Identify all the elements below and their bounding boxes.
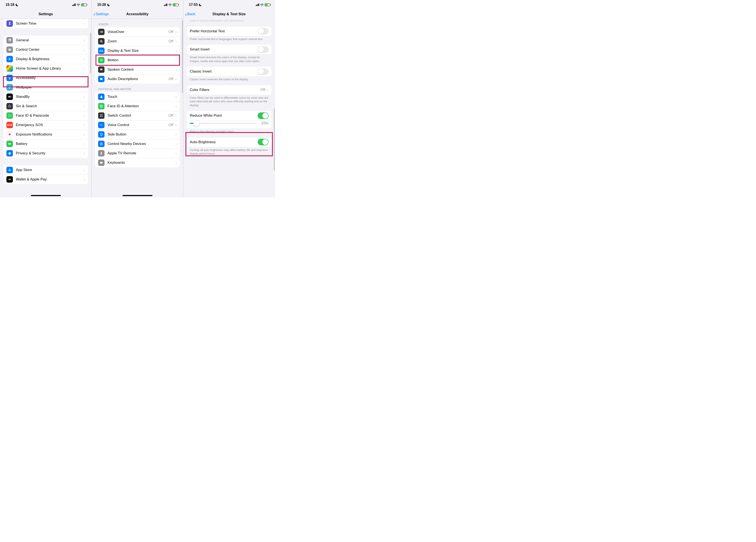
toggles-icon — [6, 46, 13, 53]
row-screen-time[interactable]: Screen Time › — [3, 19, 88, 28]
row-voiceover[interactable]: VoiceOverOff› — [95, 27, 180, 37]
svg-rect-56 — [100, 133, 102, 136]
row-control-center[interactable]: Control Center› — [3, 45, 88, 54]
home-indicator[interactable] — [31, 195, 61, 196]
row-voice-control[interactable]: Voice ControlOff› — [95, 120, 180, 130]
chevron-right-icon: › — [175, 104, 177, 109]
row-switch-control[interactable]: Switch ControlOff› — [95, 111, 180, 120]
truncated-footer: color to convey information with alterna… — [183, 19, 275, 23]
spoken-icon — [98, 66, 105, 73]
row-exposure[interactable]: Exposure Notifications› — [3, 130, 88, 139]
row-side-button[interactable]: Side Button› — [95, 130, 180, 139]
svg-rect-28 — [8, 143, 11, 145]
row-value: Off — [169, 123, 173, 127]
row-prefer-horizontal[interactable]: Prefer Horizontal Text — [187, 27, 272, 36]
svg-rect-45 — [100, 105, 103, 108]
grid-icon — [6, 65, 13, 72]
row-reduce-white-point[interactable]: Reduce White Point — [187, 111, 272, 120]
row-label: Smart Invert — [190, 47, 258, 52]
svg-point-47 — [102, 106, 102, 106]
group-vision: VoiceOverOff› ZoomOff› AADisplay & Text … — [95, 27, 180, 84]
nav-bar: ‹Settings Accessibility — [92, 9, 183, 19]
slider-thumb[interactable] — [193, 120, 199, 126]
toggle-reduce-white-point[interactable] — [258, 112, 269, 119]
row-faceid-attn[interactable]: Face ID & Attention› — [95, 102, 180, 111]
sidebutton-icon — [98, 131, 105, 138]
row-appstore[interactable]: App Store› — [3, 165, 88, 175]
row-display-text-size[interactable]: AADisplay & Text Size› — [95, 46, 180, 55]
row-color-filters[interactable]: Color FiltersOff› — [187, 85, 272, 95]
row-label: Face ID & Attention — [108, 104, 175, 108]
remote-icon — [98, 150, 105, 157]
row-zoom[interactable]: ZoomOff› — [95, 37, 180, 46]
svg-rect-55 — [102, 125, 102, 125]
row-home-screen[interactable]: Home Screen & App Library› — [3, 64, 88, 73]
chevron-right-icon: › — [84, 38, 85, 43]
row-tv-remote[interactable]: Apple TV Remote› — [95, 149, 180, 158]
chevron-right-icon: › — [175, 142, 177, 146]
home-indicator[interactable] — [123, 195, 152, 196]
toggle-classic-invert[interactable] — [258, 68, 269, 75]
row-nearby[interactable]: Control Nearby Devices› — [95, 139, 180, 149]
group-reduce-white-point: Reduce White Point 33% — [187, 111, 272, 129]
row-value: Off — [169, 30, 173, 34]
row-touch[interactable]: Touch› — [95, 92, 180, 102]
row-battery[interactable]: Battery› — [3, 139, 88, 149]
svg-line-10 — [10, 58, 11, 58]
flower-icon — [6, 84, 13, 91]
back-button[interactable]: ‹Settings — [93, 12, 109, 16]
chevron-left-icon: ‹ — [185, 12, 187, 16]
row-audio-desc[interactable]: Audio DescriptionsOff› — [95, 74, 180, 84]
chevron-right-icon: › — [175, 114, 177, 118]
row-smart-invert[interactable]: Smart Invert — [187, 45, 272, 54]
slider-track[interactable] — [190, 123, 257, 124]
row-wallet[interactable]: Wallet & Apple Pay› — [3, 175, 88, 184]
row-accessibility[interactable]: Accessibility› — [3, 73, 88, 83]
toggle-prefer-horizontal[interactable] — [258, 28, 269, 34]
row-faceid[interactable]: Face ID & Passcode› — [3, 111, 88, 120]
row-standby[interactable]: StandBy› — [3, 92, 88, 102]
display-text-list[interactable]: color to convey information with alterna… — [183, 19, 275, 197]
row-sos[interactable]: SOSEmergency SOS› — [3, 120, 88, 130]
accessibility-list[interactable]: VISION VoiceOverOff› ZoomOff› AADisplay … — [92, 19, 183, 197]
cellular-icon — [72, 3, 76, 6]
row-keyboards[interactable]: Keyboards› — [95, 158, 180, 167]
svg-point-22 — [10, 115, 10, 116]
status-bar: 17:53 ⚡ — [183, 0, 275, 9]
row-spoken[interactable]: Spoken Content› — [95, 65, 180, 74]
back-button[interactable]: ‹Back — [185, 12, 195, 16]
row-siri[interactable]: Siri & Search› — [3, 102, 88, 111]
settings-list[interactable]: Screen Time › General› Control Center› D… — [0, 19, 91, 197]
motion-icon — [98, 57, 105, 63]
row-label: Voice Control — [108, 123, 169, 127]
touch-icon — [98, 94, 105, 100]
svg-rect-61 — [100, 162, 103, 164]
row-privacy[interactable]: Privacy & Security› — [3, 149, 88, 158]
footer-classic-invert: Classic Invert reverses the colors of th… — [183, 76, 275, 81]
row-classic-invert[interactable]: Classic Invert — [187, 67, 272, 76]
row-wallpaper[interactable]: Wallpaper› — [3, 83, 88, 92]
row-label: Color Filters — [190, 88, 260, 92]
chevron-right-icon: › — [175, 123, 177, 127]
footer-color-filters: Color filters can be used to differentia… — [183, 95, 275, 107]
row-label: Home Screen & App Library — [16, 66, 83, 71]
footer-auto-brightness: Turning off auto-brightness may affect b… — [183, 147, 275, 156]
row-label: Face ID & Passcode — [16, 114, 83, 118]
svg-rect-54 — [102, 125, 102, 126]
row-motion[interactable]: Motion› — [95, 55, 180, 65]
toggle-smart-invert[interactable] — [258, 46, 269, 53]
chevron-right-icon: › — [175, 95, 177, 99]
scroll-indicator — [274, 108, 275, 170]
cellular-icon — [256, 3, 259, 6]
slider-reduce-white-point[interactable]: 33% — [187, 120, 272, 129]
sos-icon: SOS — [6, 122, 13, 128]
row-general[interactable]: General› — [3, 36, 88, 45]
accessibility-icon — [6, 75, 13, 81]
row-auto-brightness[interactable]: Auto-Brightness — [187, 138, 272, 147]
toggle-auto-brightness[interactable] — [258, 139, 269, 145]
chevron-right-icon: › — [84, 48, 85, 52]
row-display-brightness[interactable]: Display & Brightness› — [3, 54, 88, 64]
svg-point-12 — [9, 87, 10, 88]
svg-rect-50 — [100, 116, 101, 117]
row-value: Off — [260, 88, 265, 92]
